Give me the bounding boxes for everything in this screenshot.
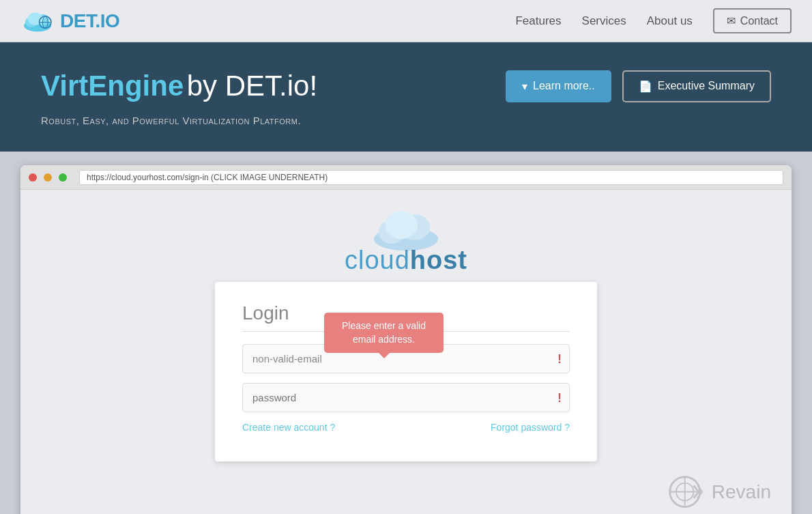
chevron-down-icon: ▾ [522,80,527,93]
document-icon: 📄 [639,80,652,93]
browser-url-bar[interactable]: https://cloud.yourhost.com/sign-in (CLIC… [79,170,783,185]
email-warning-icon: ! [557,352,562,366]
executive-summary-button[interactable]: 📄 Executive Summary [622,70,771,102]
revain-logo-icon [667,473,705,511]
browser-titlebar: https://cloud.yourhost.com/sign-in (CLIC… [20,165,792,190]
browser-dot-green[interactable] [59,173,67,182]
contact-button[interactable]: ✉ Contact [713,8,792,33]
cloudhost-header: cloudhost [20,190,792,282]
hero-title-rest: by DET.io! [187,70,317,102]
hero-title: VirtEngine by DET.io! [41,70,317,102]
password-input[interactable] [242,383,570,412]
login-title-row: Login Please enter a valid email address… [242,302,570,324]
cloudhost-cloud-icon [365,203,447,251]
nav-features[interactable]: Features [515,14,561,28]
logo-link[interactable]: DET.IO [20,9,119,33]
revain-watermark: Revain [667,473,771,511]
browser-dot-red[interactable] [29,173,37,182]
email-validation-tooltip: Please enter a valid email address. [324,313,444,353]
forgot-password-link[interactable]: Forgot password ? [491,422,570,433]
browser-wrapper: https://cloud.yourhost.com/sign-in (CLIC… [0,152,812,514]
login-title: Login [242,302,289,324]
logo-cloud-icon [20,9,55,33]
learn-more-button[interactable]: ▾ Learn more.. [506,70,611,102]
hero-title-accent: VirtEngine [41,70,184,102]
hero-subtitle: Robust, Easy, and Powerful Virtualizatio… [41,115,301,126]
nav-about-us[interactable]: About us [647,14,693,28]
password-input-group: ! [242,383,570,412]
nav-services[interactable]: Services [582,14,626,28]
revain-text: Revain [712,481,771,503]
cloudhost-name: cloudhost [345,246,467,275]
cloudhost-name-bold: host [410,246,467,274]
create-account-link[interactable]: Create new account ? [242,422,335,433]
hero-buttons: ▾ Learn more.. 📄 Executive Summary [506,70,771,102]
password-warning-icon: ! [557,390,562,405]
cloudhost-name-light: cloud [345,246,410,274]
navbar: DET.IO Features Services About us ✉ Cont… [0,0,812,42]
navbar-links: Features Services About us ✉ Contact [515,8,792,33]
browser-dot-yellow[interactable] [44,173,52,182]
login-card: Login Please enter a valid email address… [215,282,597,461]
browser-chrome: https://cloud.yourhost.com/sign-in (CLIC… [20,165,792,514]
browser-url-text: https://cloud.yourhost.com/sign-in (CLIC… [87,173,328,182]
contact-label: Contact [740,15,778,27]
login-links-row: Create new account ? Forgot password ? [242,422,570,433]
logo-text: DET.IO [60,10,119,32]
envelope-icon: ✉ [727,14,736,27]
hero-section: VirtEngine by DET.io! ▾ Learn more.. 📄 E… [0,42,812,152]
hero-title-row: VirtEngine by DET.io! ▾ Learn more.. 📄 E… [41,70,771,102]
svg-point-10 [385,211,418,239]
browser-content: cloudhost Login Please enter a valid ema… [20,190,792,514]
